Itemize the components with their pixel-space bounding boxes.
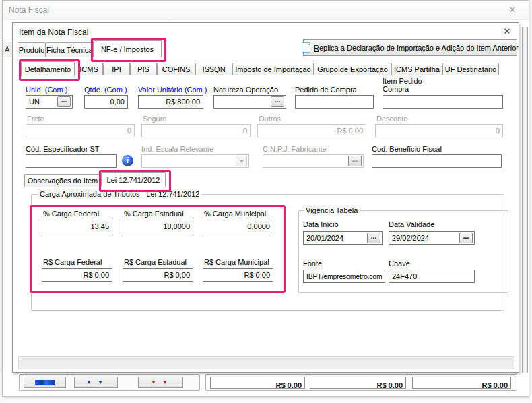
tab-produto[interactable]: Produto bbox=[18, 42, 46, 57]
cod-especificador-label: Cód. Especificador ST bbox=[26, 145, 99, 153]
replica-button-label: Replica a Declaração de Importação e Adi… bbox=[314, 44, 519, 52]
frete-value: 0 bbox=[29, 127, 131, 135]
subtab-imposto-importacao[interactable]: Imposto de Importação bbox=[232, 63, 314, 75]
red-double-arrow-icon: ▼ ▼ bbox=[152, 380, 170, 385]
item-pedido-compra-field[interactable] bbox=[383, 95, 503, 108]
frete-field: 0 bbox=[26, 124, 135, 137]
page-icon bbox=[302, 42, 310, 53]
cod-especificador-field[interactable] bbox=[26, 154, 117, 168]
dropdown-button bbox=[236, 156, 247, 166]
cnpj-fabricante-field: ... bbox=[263, 154, 364, 168]
rs-estadual-field[interactable]: R$ 0,00 bbox=[123, 268, 193, 282]
pedido-compra-label: Pedido de Compra bbox=[295, 86, 357, 94]
valor-unitario-value: R$ 800,00 bbox=[141, 98, 200, 106]
item-pedido-label-line1: Item Pedido bbox=[383, 77, 422, 85]
total-field-3: R$ 0,00 bbox=[412, 377, 511, 389]
subtab-icms[interactable]: ICMS bbox=[75, 63, 103, 75]
pct-municipal-field[interactable]: 0,0000 bbox=[203, 220, 273, 233]
total-value-2: R$ 0,00 bbox=[313, 381, 403, 389]
bottom-button-1[interactable] bbox=[24, 377, 66, 388]
fonte-value: IBPT/empresometro.com. bbox=[306, 272, 382, 280]
natureza-operacao-label: Natureza Operação bbox=[213, 86, 278, 94]
ind-escala-label: Ind. Escala Relevante bbox=[141, 145, 213, 153]
pct-federal-label: % Carga Federal bbox=[43, 210, 99, 218]
bottom-button-2[interactable]: ▼ ▼ bbox=[74, 377, 118, 388]
seguro-value: 0 bbox=[145, 127, 247, 135]
data-validade-field[interactable]: 29/02/2024 ... bbox=[389, 231, 475, 245]
cnpj-ellipsis-button[interactable]: ... bbox=[348, 156, 362, 166]
total-value-3: R$ 0,00 bbox=[415, 381, 508, 389]
pct-estadual-value: 18,0000 bbox=[126, 222, 190, 230]
vigencia-group-title: Vigência Tabela bbox=[304, 206, 360, 214]
window-titlebar[interactable] bbox=[3, 1, 529, 20]
tab-nfe-impostos[interactable]: NF-e / Impostos bbox=[93, 40, 162, 57]
valor-unitario-field[interactable]: R$ 800,00 bbox=[138, 95, 203, 108]
dialog-title: Item da Nota Fiscal bbox=[19, 28, 88, 37]
total-field-1: R$ 0,00 bbox=[210, 377, 305, 389]
replica-button[interactable]: Replica a Declaração de Importação e Adi… bbox=[303, 39, 517, 56]
qtde-label: Qtde. (Com.) bbox=[84, 86, 127, 94]
subtab-uf-destinatario[interactable]: UF Destinatário bbox=[442, 63, 499, 75]
data-inicio-ellipsis-button[interactable]: ... bbox=[367, 232, 380, 243]
cod-beneficio-field[interactable] bbox=[372, 154, 502, 168]
outros-value: R$ 0,00 bbox=[261, 127, 363, 135]
subtab-cofins[interactable]: COFINS bbox=[157, 63, 195, 75]
rs-municipal-value: R$ 0,00 bbox=[206, 271, 270, 279]
outros-label: Outros bbox=[259, 115, 281, 123]
rs-federal-label: R$ Carga Federal bbox=[43, 258, 102, 266]
pct-federal-value: 13,45 bbox=[45, 222, 109, 230]
outros-field: R$ 0,00 bbox=[257, 124, 366, 137]
subtab-grupo-exportacao[interactable]: Grupo de Exportação bbox=[314, 63, 391, 75]
pct-federal-field[interactable]: 13,45 bbox=[42, 220, 112, 233]
bottom-button-3[interactable]: ▼ ▼ bbox=[138, 377, 183, 388]
subtab-issqn[interactable]: ISSQN bbox=[195, 63, 232, 75]
data-validade-ellipsis-button[interactable]: ... bbox=[459, 232, 473, 243]
cod-beneficio-label: Cod. Benefício Fiscal bbox=[372, 145, 442, 153]
data-inicio-label: Data Início bbox=[303, 220, 339, 228]
window-close-icon[interactable]: ✕ bbox=[506, 5, 519, 16]
chave-field[interactable]: 24F470 bbox=[389, 270, 475, 283]
blue-bar-icon bbox=[35, 380, 55, 385]
unid-field[interactable]: UN ... bbox=[26, 95, 73, 108]
fonte-label: Fonte bbox=[303, 259, 322, 268]
subtab-detalhamento[interactable]: Detalhamento bbox=[21, 61, 75, 76]
rs-municipal-field[interactable]: R$ 0,00 bbox=[203, 268, 273, 282]
total-field-2: R$ 0,00 bbox=[310, 377, 406, 389]
unid-ellipsis-button[interactable]: ... bbox=[57, 96, 71, 107]
natureza-operacao-field[interactable]: ... bbox=[213, 95, 286, 108]
pct-estadual-field[interactable]: 18,0000 bbox=[123, 220, 193, 233]
subtab-icms-partilha[interactable]: ICMS Partilha bbox=[391, 63, 442, 75]
tab-ficha-tecnica[interactable]: Ficha Técnica bbox=[46, 42, 93, 57]
carga-group-title: Carga Aproximada de Tributos - Lei 12.74… bbox=[38, 190, 201, 198]
rs-estadual-label: R$ Carga Estadual bbox=[124, 258, 187, 266]
valor-unitario-label: Valor Unitário (Com.) bbox=[138, 86, 207, 94]
dialog-close-icon[interactable]: ✕ bbox=[501, 26, 513, 37]
tab-observacoes-item[interactable]: Observações do Item bbox=[24, 174, 101, 187]
pedido-compra-field[interactable] bbox=[295, 95, 374, 108]
subtab-pis[interactable]: PIS bbox=[130, 63, 157, 75]
background-tab-fragment: A bbox=[3, 42, 11, 57]
data-inicio-field[interactable]: 20/01/2024 ... bbox=[303, 231, 383, 245]
data-validade-value: 29/02/2024 bbox=[392, 234, 457, 242]
subtab-ipi[interactable]: IPI bbox=[103, 63, 130, 75]
total-value-1: R$ 0,00 bbox=[213, 381, 302, 389]
item-pedido-label-line2: Compra bbox=[383, 85, 409, 93]
fonte-field[interactable]: IBPT/empresometro.com. bbox=[303, 270, 385, 283]
data-inicio-value: 20/01/2024 bbox=[306, 234, 365, 242]
info-icon[interactable]: i bbox=[122, 155, 133, 166]
qtde-field[interactable]: 0,00 bbox=[84, 95, 128, 108]
background-right-panel-edge bbox=[522, 27, 528, 373]
pct-municipal-value: 0,0000 bbox=[206, 222, 270, 230]
window-title: Nota Fiscal bbox=[9, 5, 49, 15]
tab-lei-12741[interactable]: Lei 12.741/2012 bbox=[101, 172, 166, 187]
seguro-field: 0 bbox=[141, 124, 251, 137]
unid-label: Unid. (Com.) bbox=[26, 86, 67, 94]
rs-estadual-value: R$ 0,00 bbox=[126, 271, 190, 279]
chave-value: 24F470 bbox=[392, 272, 471, 280]
natureza-ellipsis-button[interactable]: ... bbox=[271, 96, 284, 107]
rs-federal-value: R$ 0,00 bbox=[45, 271, 109, 279]
desconto-field: 0 bbox=[375, 124, 503, 137]
seguro-label: Seguro bbox=[143, 115, 166, 123]
rs-federal-field[interactable]: R$ 0,00 bbox=[42, 268, 112, 282]
data-validade-label: Data Validade bbox=[389, 220, 434, 228]
